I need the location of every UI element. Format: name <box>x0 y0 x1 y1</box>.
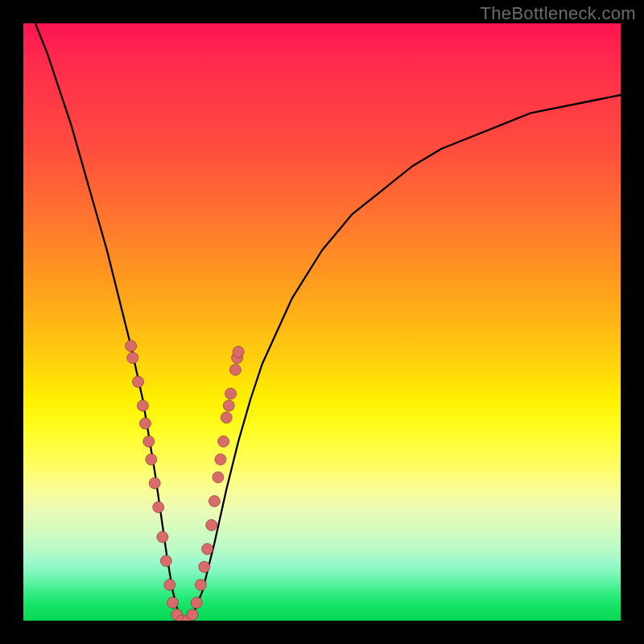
marker-dot <box>229 364 241 375</box>
marker-dot <box>146 454 157 465</box>
marker-dot <box>133 376 144 387</box>
chart-svg <box>23 23 621 621</box>
watermark-label: TheBottleneck.com <box>481 3 636 24</box>
marker-dot <box>218 436 229 447</box>
marker-dot <box>187 609 198 621</box>
marker-dot <box>199 561 210 572</box>
bottleneck-curve <box>35 23 621 621</box>
marker-dot <box>208 496 220 507</box>
marker-dot <box>225 388 237 399</box>
marker-dot <box>206 519 217 530</box>
marker-dot <box>215 454 226 465</box>
marker-dot <box>160 555 171 567</box>
marker-dot <box>191 597 202 609</box>
marker-dot <box>127 353 138 364</box>
marker-dot <box>213 472 224 483</box>
marker-dot <box>153 502 164 513</box>
plot-area <box>23 23 621 621</box>
marker-dot <box>139 418 151 429</box>
marker-dot <box>137 400 148 411</box>
marker-dot <box>221 412 232 423</box>
marker-dot <box>149 477 160 489</box>
marker-dot <box>126 341 137 352</box>
marker-dot <box>157 531 168 543</box>
marker-dot <box>143 436 155 447</box>
marker-dots <box>126 341 245 621</box>
marker-dot <box>195 580 206 591</box>
marker-dot <box>223 400 234 411</box>
marker-dot <box>233 346 244 357</box>
marker-dot <box>202 543 213 555</box>
chart-frame: TheBottleneck.com <box>0 0 644 644</box>
marker-dot <box>164 580 175 591</box>
marker-dot <box>167 597 179 609</box>
